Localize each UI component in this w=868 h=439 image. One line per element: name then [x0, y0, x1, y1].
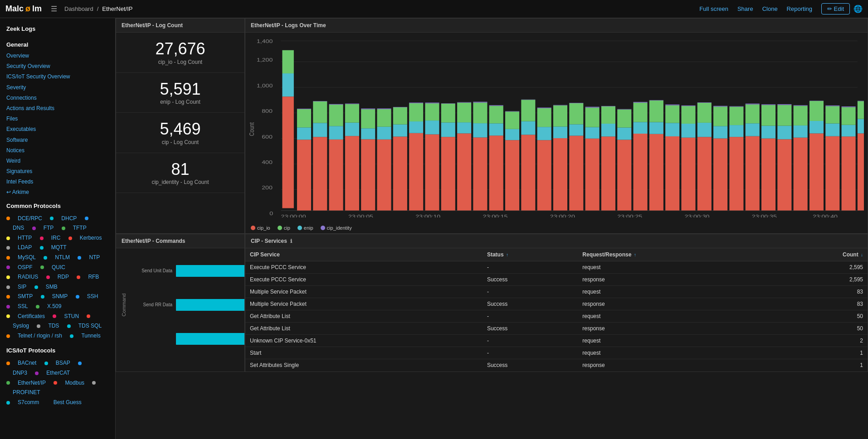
th-status[interactable]: Status ↑ [483, 248, 578, 261]
svg-text:800: 800 [262, 109, 273, 114]
menu-icon[interactable]: ☰ [51, 5, 57, 13]
proto-sip[interactable]: SIP [11, 283, 33, 291]
info-icon[interactable]: ℹ [290, 238, 292, 244]
proto-quic[interactable]: QUIC [45, 263, 72, 271]
sidebar-item-intel-feeds[interactable]: Intel Feeds [0, 177, 115, 187]
cell-reqres-1: response [578, 274, 775, 286]
proto-modbus[interactable]: Modbus [59, 379, 91, 387]
proto-stun[interactable]: STUN [58, 312, 85, 320]
cell-count-1: 2,595 [775, 274, 868, 286]
sidebar-item-software[interactable]: Software [0, 135, 115, 145]
proto-certificates[interactable]: Certificates [11, 312, 51, 320]
cell-service-4: Get Attribute List [245, 310, 483, 323]
svg-rect-146 [794, 106, 808, 125]
proto-snmp[interactable]: SNMP [46, 292, 74, 300]
svg-rect-135 [746, 104, 760, 105]
proto-irc[interactable]: IRC [45, 234, 67, 242]
sidebar-item-connections[interactable]: Connections [0, 93, 115, 103]
proto-profinet[interactable]: PROFINET [6, 388, 47, 396]
proto-tunnels[interactable]: Tunnels [75, 332, 107, 340]
proto-rfb[interactable]: RFB [82, 273, 105, 281]
th-cip-service[interactable]: CIP Service [245, 248, 483, 261]
proto-mqtt[interactable]: MQTT [45, 243, 73, 251]
proto-dhcp[interactable]: DHCP [55, 214, 83, 222]
services-table: CIP Service Status ↑ Request/Response ↑ … [245, 248, 868, 369]
count-value-1: 5,591 [122, 80, 239, 98]
proto-tftp[interactable]: TFTP [67, 224, 93, 232]
svg-rect-131 [729, 106, 743, 107]
proto-smb[interactable]: SMB [39, 283, 64, 291]
commands-chart-area: Command Send Unit Data Send RR Data [116, 248, 244, 362]
svg-rect-99 [601, 106, 615, 106]
sidebar-item-signatures[interactable]: Signatures [0, 166, 115, 177]
th-req-res[interactable]: Request/Response ↑ [578, 248, 775, 261]
svg-text:23:00:25: 23:00:25 [617, 214, 642, 217]
legend-dot-cip-io [251, 226, 255, 230]
proto-radius[interactable]: RADIUS [11, 273, 44, 281]
svg-rect-150 [809, 101, 824, 121]
proto-mysql[interactable]: MySQL [11, 253, 42, 261]
svg-rect-138 [761, 105, 775, 126]
svg-rect-148 [809, 133, 824, 210]
sidebar-ics-title: ICS/IoT Protocols [0, 343, 115, 357]
svg-rect-158 [842, 107, 856, 125]
clone-link[interactable]: Clone [762, 5, 778, 12]
sidebar-item-overview[interactable]: Overview [0, 51, 115, 61]
proto-ntp[interactable]: NTP [83, 253, 106, 261]
cell-service-1: Execute PCCC Service [245, 274, 483, 286]
proto-ssh[interactable]: SSH [81, 292, 105, 300]
sidebar-item-severity[interactable]: Severity [0, 82, 115, 93]
svg-rect-111 [649, 100, 663, 101]
proto-ethernet-ip[interactable]: EtherNet/IP [11, 379, 52, 387]
edit-button[interactable]: ✏ Edit [821, 3, 850, 14]
proto-rdp[interactable]: RDP [51, 273, 75, 281]
chart-legend: cip_io cip enip cip_identity [245, 222, 868, 233]
proto-ftp[interactable]: FTP [37, 224, 60, 232]
reporting-link[interactable]: Reporting [787, 5, 812, 12]
svg-rect-157 [842, 125, 856, 137]
share-link[interactable]: Share [737, 5, 753, 12]
proto-ssl[interactable]: SSL [11, 302, 34, 310]
proto-best-guess[interactable]: Best Guess [47, 398, 88, 406]
svg-text:23:00:05: 23:00:05 [348, 214, 373, 217]
svg-rect-28 [329, 140, 343, 211]
sidebar-item-files[interactable]: Files [0, 114, 115, 124]
breadcrumb: Dashboard / EtherNet/IP [64, 5, 132, 12]
th-count[interactable]: Count ↓ [775, 248, 868, 261]
svg-rect-120 [697, 137, 712, 210]
proto-bsap[interactable]: BSAP [49, 359, 77, 367]
sidebar-item-security-overview[interactable]: Security Overview [0, 61, 115, 72]
proto-http[interactable]: HTTP [11, 234, 38, 242]
proto-ospf[interactable]: OSPF [11, 263, 39, 271]
sidebar-item-notices[interactable]: Notices [0, 145, 115, 156]
svg-rect-122 [697, 103, 712, 123]
proto-syslog[interactable]: Syslog [6, 322, 35, 330]
proto-dnp3[interactable]: DNP3 [6, 369, 34, 377]
proto-dns[interactable]: DNS [6, 224, 30, 232]
svg-rect-20 [297, 140, 311, 210]
proto-ntlm[interactable]: NTLM [49, 253, 76, 261]
svg-text:1,400: 1,400 [257, 39, 273, 44]
sidebar-item-arkime[interactable]: ↩ Arkime [0, 187, 115, 198]
proto-ldap[interactable]: LDAP [11, 243, 38, 251]
proto-dce-rpc[interactable]: DCE/RPC [11, 214, 49, 222]
sidebar-item-weird[interactable]: Weird [0, 156, 115, 166]
proto-bacnet[interactable]: BACnet [11, 359, 43, 367]
sidebar-item-executables[interactable]: Executables [0, 124, 115, 135]
globe-icon[interactable]: 🌐 [853, 5, 863, 13]
proto-tds-sql[interactable]: TDS SQL [72, 322, 108, 330]
svg-rect-54 [425, 103, 439, 121]
proto-smtp[interactable]: SMTP [11, 292, 39, 300]
proto-kerberos[interactable]: Kerberos [73, 234, 108, 242]
breadcrumb-parent[interactable]: Dashboard [64, 5, 93, 12]
sidebar-item-actions-results[interactable]: Actions and Results [0, 103, 115, 114]
proto-ethercat[interactable]: EtherCAT [40, 369, 76, 377]
commands-panel: EtherNet/IP - Commands Command Send Unit… [116, 234, 245, 372]
services-table-body: Execute PCCC Service - request 2,595 Exe… [245, 261, 868, 370]
sidebar-item-ics-security-overview[interactable]: ICS/IoT Security Overview [0, 72, 115, 82]
proto-x509[interactable]: X.509 [41, 302, 68, 310]
proto-tds[interactable]: TDS [42, 322, 65, 330]
proto-s7comm[interactable]: S7comm [11, 398, 45, 406]
proto-telnet[interactable]: Telnet / rlogin / rsh [11, 332, 68, 340]
fullscreen-link[interactable]: Full screen [699, 5, 728, 12]
